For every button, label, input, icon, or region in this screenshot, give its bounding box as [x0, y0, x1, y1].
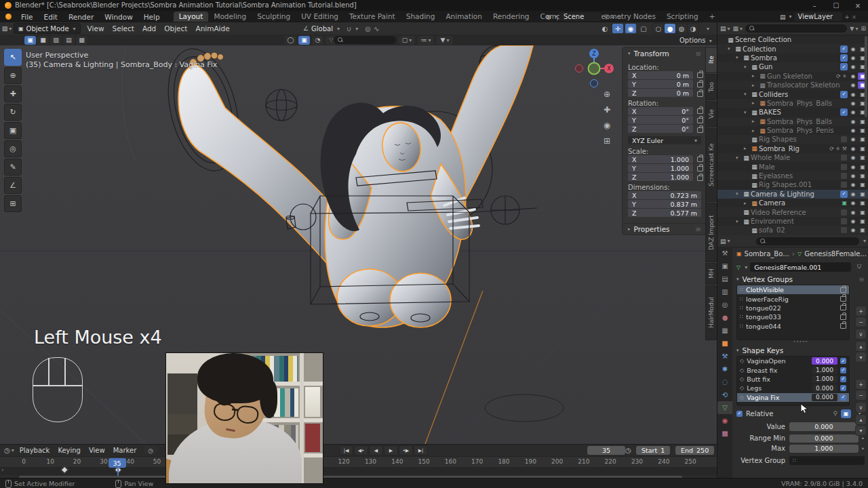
outliner-row[interactable]: ▦ Male	[717, 162, 868, 171]
outliner-row[interactable]: ▦ sofa_02	[717, 226, 868, 235]
toolbar-tool-button[interactable]: ◎	[4, 140, 22, 157]
viewlayer-selector[interactable]: ▤ ▾ ViewLayer + ×	[780, 12, 856, 21]
lock-icon[interactable]	[840, 287, 846, 293]
breadcrumb-data[interactable]: Genesis8Female...	[804, 250, 867, 258]
exclude-checkbox[interactable]	[840, 218, 848, 225]
item-label[interactable]: Colliders	[759, 91, 838, 98]
snap-magnet-icon[interactable]: ∪	[347, 25, 351, 33]
item-label[interactable]: Whole Male	[751, 154, 838, 161]
npanel-tab-hairmodul[interactable]: HairModul	[706, 286, 717, 340]
item-label[interactable]: sofa_02	[759, 226, 838, 234]
maximize-button[interactable]: ☐	[827, 0, 845, 11]
disclosure-icon[interactable]: ▸	[752, 73, 758, 79]
outliner-row[interactable]: ▾ ▦ Sombra	[717, 54, 868, 62]
render-camera-toggle[interactable]	[858, 163, 867, 171]
scale-field[interactable]: X1.000	[628, 155, 693, 163]
item-label[interactable]: Gun	[759, 63, 838, 70]
viewlayer-name[interactable]: ViewLayer	[794, 12, 843, 21]
render-camera-toggle[interactable]	[858, 218, 867, 225]
item-label[interactable]: Camera	[759, 199, 842, 207]
hide-eye-toggle[interactable]	[848, 100, 858, 107]
npanel-tab-ite[interactable]: Ite	[706, 47, 717, 73]
shape-key-row[interactable]: ◇ Breast fix 1.000	[737, 365, 849, 374]
shape-key-edit-mode-button[interactable]: ▣	[841, 409, 851, 418]
exclude-checkbox[interactable]	[840, 209, 848, 216]
item-label[interactable]: Eyelasnes	[759, 172, 838, 180]
character-model[interactable]	[178, 45, 533, 327]
disclosure-icon[interactable]: ▸	[752, 119, 758, 124]
shape-key-row[interactable]: ◇ Butt fix 1.000	[737, 375, 849, 384]
value-slider[interactable]: 0.000	[789, 422, 859, 431]
exclude-checkbox[interactable]	[840, 54, 848, 62]
item-label[interactable]: Rig Shapes.001	[759, 181, 838, 188]
scene-selector[interactable]: ◍ ▾ Scene ⚲ + ×	[546, 12, 623, 21]
current-frame-field[interactable]: 35	[587, 446, 625, 455]
properties-tab[interactable]: ⟲	[717, 388, 732, 401]
shape-key-name[interactable]: Legs	[747, 384, 809, 392]
hide-eye-toggle[interactable]	[848, 209, 858, 216]
outliner-row[interactable]: ▸ ▦ Gun Skeleton ⟳ ✳	[717, 72, 868, 81]
transform-panel-header[interactable]: ▾ Transform ≡	[623, 47, 707, 60]
outliner-row[interactable]: ▦ Rig Shapes	[717, 135, 868, 144]
lock-icon[interactable]	[697, 92, 703, 97]
render-camera-toggle[interactable]	[858, 136, 867, 143]
new-viewlayer-icon[interactable]: +	[844, 14, 850, 20]
playhead-line[interactable]	[117, 466, 119, 476]
proportional-edit-icon[interactable]: ◎	[365, 25, 371, 33]
pin-icon[interactable]: ⚲	[604, 14, 608, 20]
outliner-row[interactable]: ▦ Scene Collection	[717, 35, 868, 44]
hide-eye-toggle[interactable]	[848, 127, 858, 134]
timeline-menu-item[interactable]: Keying	[54, 447, 85, 454]
disclosure-icon[interactable]: ▸	[744, 146, 750, 151]
toolbar-tool-button[interactable]: ⊕	[4, 67, 22, 84]
viewport-canvas[interactable]: User Perspective (35) Camera & Lighting …	[0, 45, 717, 444]
properties-tab[interactable]: ■	[717, 337, 732, 350]
exclude-checkbox[interactable]	[840, 181, 848, 188]
item-label[interactable]: BAKES	[759, 108, 838, 116]
npanel-tab-screencast-ke[interactable]: Screencast Ke	[706, 129, 717, 201]
combo-button[interactable]: ≔▾	[418, 36, 434, 45]
range-max-field[interactable]: 1.000	[789, 445, 859, 453]
hide-eye-toggle[interactable]	[848, 45, 858, 53]
outliner-search-input[interactable]	[745, 24, 847, 33]
exclude-checkbox[interactable]	[840, 63, 848, 70]
menu-item[interactable]: Edit	[39, 13, 63, 21]
outliner-row[interactable]: ▸ ▦ Sombra_Phys_Balls	[717, 117, 868, 126]
workspace-tab[interactable]: +	[704, 12, 721, 22]
render-camera-toggle[interactable]	[858, 145, 867, 152]
lock-icon[interactable]	[840, 305, 846, 310]
editor-type-button[interactable]: ▤▾	[720, 238, 730, 245]
toolbar-tool-button[interactable]: ⊞	[4, 195, 22, 212]
move-down-button[interactable]: ▾	[856, 352, 866, 362]
disclosure-icon[interactable]: ▾	[736, 219, 742, 224]
hide-eye-toggle[interactable]	[848, 199, 858, 207]
animate-dot[interactable]: •	[859, 445, 865, 452]
timeline-menu-item[interactable]: Marker	[109, 447, 141, 454]
vertex-group-name[interactable]: lowerFaceRig	[746, 296, 837, 303]
playback-button[interactable]: ▶	[384, 445, 398, 455]
item-label[interactable]: Translocator Skeleton	[767, 81, 847, 89]
chevron-down-icon[interactable]: ▾	[707, 26, 709, 32]
shape-key-name[interactable]: Breast fix	[747, 367, 809, 374]
options-dropdown[interactable]: Options ▾	[679, 37, 712, 44]
relative-checkbox[interactable]	[736, 411, 743, 417]
shape-key-name[interactable]: VaginaOpen	[747, 357, 809, 365]
outliner-row[interactable]: ▾ ▦ Gun	[717, 62, 868, 71]
playback-button[interactable]: ◀	[369, 445, 383, 455]
add-vertex-group-button[interactable]: +	[856, 306, 866, 316]
fake-user-shield-button[interactable]: ⛉	[854, 262, 865, 272]
lock-icon[interactable]	[697, 127, 703, 133]
orientation-label[interactable]: Global	[311, 25, 333, 33]
workspace-tab[interactable]: Sculpting	[252, 12, 296, 22]
properties-tab[interactable]: ▦	[717, 324, 732, 337]
item-label[interactable]: Sombra	[751, 54, 838, 62]
item-label[interactable]: Sombra_Rig	[759, 145, 829, 152]
scale-field[interactable]: Y1.000	[628, 164, 693, 172]
drag-handle-icon[interactable]: ≡	[695, 49, 701, 58]
properties-tab[interactable]: ▽	[717, 401, 732, 414]
header-search-input[interactable]	[334, 36, 396, 44]
dimension-field[interactable]: Y0.837 m	[628, 200, 701, 208]
shape-key-row[interactable]: ◇ VaginaOpen 0.000	[737, 357, 849, 365]
render-camera-toggle[interactable]	[858, 190, 867, 198]
shape-key-row[interactable]: ◇ Legs 0.000	[737, 384, 849, 392]
